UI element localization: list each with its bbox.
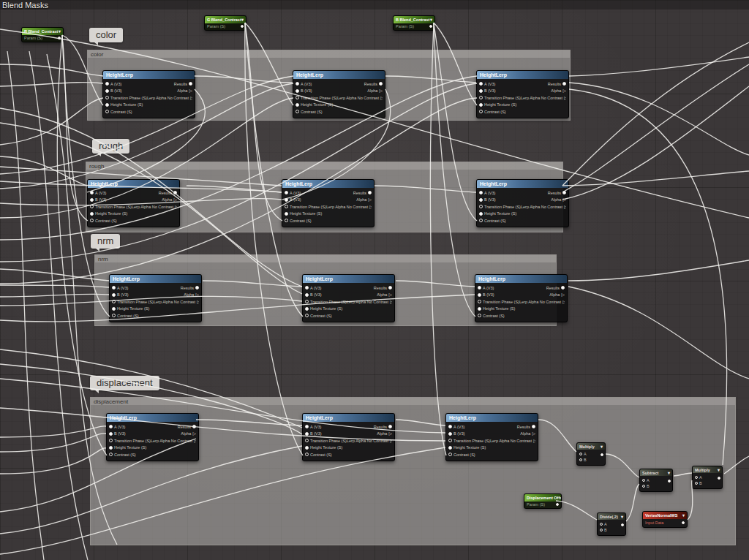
- pin-b-input[interactable]: [305, 293, 309, 297]
- node-header[interactable]: G Blend_Contrast ▾: [205, 16, 246, 23]
- pin-alpha-output[interactable]: ▷: [562, 88, 566, 93]
- pin-b-input[interactable]: [695, 482, 698, 485]
- pin-results-output[interactable]: [368, 191, 372, 194]
- heightlerp-node[interactable]: HeightLerp A (V3) Results B (V3) Alpha▷ …: [476, 179, 569, 227]
- pin-lerp-alpha-output[interactable]: ▷: [369, 205, 372, 209]
- node-header[interactable]: VertexNormalWS ▾: [643, 512, 687, 519]
- pin-contrast-input[interactable]: [285, 219, 288, 222]
- pin-contrast-input[interactable]: [478, 314, 481, 317]
- pin-contrast-input[interactable]: [112, 314, 116, 317]
- pin-contrast-input[interactable]: [109, 453, 113, 456]
- heightlerp-node[interactable]: HeightLerp A (V3) Results B (V3) Alpha▷ …: [302, 413, 395, 461]
- pin-lerp-alpha-output[interactable]: ▷: [390, 439, 392, 443]
- output-pin[interactable]: [58, 37, 61, 39]
- pin-lerp-alpha-output[interactable]: ▷: [390, 300, 392, 304]
- pin-b-input[interactable]: [90, 198, 94, 202]
- pin-lerp-alpha-output[interactable]: ▷: [380, 96, 383, 100]
- pin-results-output[interactable]: [561, 286, 565, 290]
- caret-down-icon[interactable]: ▾: [668, 471, 670, 475]
- pin-alpha-output[interactable]: ▷: [192, 431, 196, 436]
- heightlerp-node[interactable]: HeightLerp A (V3) Results B (V3) Alpha▷ …: [293, 70, 385, 118]
- node-header[interactable]: HeightLerp: [107, 414, 198, 422]
- pin-b-input[interactable]: [479, 198, 483, 202]
- output-pin[interactable]: [718, 477, 720, 480]
- pin-b-input[interactable]: [642, 485, 645, 488]
- node-header[interactable]: HeightLerp: [103, 71, 195, 79]
- pin-a-input[interactable]: [105, 82, 109, 86]
- pin-lerp-alpha-output[interactable]: ▷: [194, 439, 196, 443]
- node-header[interactable]: Displacement Offset ▾: [524, 494, 561, 502]
- pin-contrast-input[interactable]: [305, 453, 309, 456]
- pin-alpha-output[interactable]: ▷: [388, 292, 392, 297]
- param-node-g-blend-contrast[interactable]: G Blend_Contrast ▾ Param (S): [204, 15, 246, 31]
- pin-height-texture-input[interactable]: [285, 212, 288, 216]
- node-header[interactable]: HeightLerp: [477, 71, 568, 79]
- pin-alpha-output[interactable]: ▷: [388, 431, 392, 436]
- pin-results-output[interactable]: [562, 82, 566, 86]
- heightlerp-node[interactable]: HeightLerp A (V3) Results B (V3) Alpha▷ …: [109, 274, 202, 322]
- pin-contrast-input[interactable]: [296, 110, 299, 113]
- pin-a-input[interactable]: [285, 191, 288, 194]
- pin-results-output[interactable]: [379, 82, 383, 86]
- node-header[interactable]: HeightLerp: [282, 180, 374, 188]
- pin-height-texture-input[interactable]: [478, 307, 481, 311]
- pin-alpha-output[interactable]: ▷: [532, 431, 535, 436]
- heightlerp-node[interactable]: HeightLerp A (V3) Results B (V3) Alpha▷ …: [102, 70, 195, 118]
- multiply-node[interactable]: Multiply ▾ A B: [692, 466, 723, 489]
- pin-results-output[interactable]: [562, 191, 566, 194]
- pin-a-input[interactable]: [305, 286, 309, 290]
- pin-contrast-input[interactable]: [305, 314, 309, 317]
- heightlerp-node[interactable]: HeightLerp A (V3) Results B (V3) Alpha▷ …: [476, 70, 569, 118]
- pin-b-input[interactable]: [296, 89, 299, 93]
- pin-a-input[interactable]: [296, 82, 299, 86]
- pin-results-output[interactable]: [173, 191, 177, 194]
- multiply-node[interactable]: Multiply ▾ A B: [576, 442, 606, 466]
- pin-a-input[interactable]: [579, 453, 582, 455]
- pin-lerp-alpha-output[interactable]: ▷: [564, 96, 566, 100]
- pin-height-texture-input[interactable]: [90, 212, 94, 216]
- node-header[interactable]: Subtract ▾: [640, 469, 672, 476]
- pin-b-input[interactable]: [285, 198, 288, 202]
- param-node-displacement-offset[interactable]: Displacement Offset ▾ Param (S): [524, 493, 562, 509]
- pin-a-input[interactable]: [478, 286, 481, 290]
- caret-down-icon[interactable]: ▾: [682, 513, 685, 518]
- pin-contrast-input[interactable]: [479, 110, 483, 113]
- caret-down-icon[interactable]: ▾: [621, 515, 623, 519]
- comment-bubble-nrm[interactable]: nrm: [91, 234, 120, 249]
- pin-transition-phase-input[interactable]: [112, 300, 116, 303]
- pin-contrast-input[interactable]: [90, 219, 94, 222]
- node-header[interactable]: HeightLerp: [303, 275, 394, 283]
- pin-transition-phase-input[interactable]: [285, 205, 288, 208]
- pin-b-input[interactable]: [305, 432, 309, 436]
- caret-down-icon[interactable]: ▾: [59, 29, 61, 34]
- node-header[interactable]: HeightLerp: [303, 414, 394, 422]
- pin-transition-phase-input[interactable]: [479, 205, 483, 208]
- pin-alpha-output[interactable]: ▷: [562, 197, 566, 202]
- heightlerp-node[interactable]: HeightLerp A (V3) Results B (V3) Alpha▷ …: [282, 179, 374, 227]
- heightlerp-node[interactable]: HeightLerp A (V3) Results B (V3) Alpha▷ …: [302, 274, 395, 322]
- heightlerp-node[interactable]: HeightLerp A (V3) Results B (V3) Alpha▷ …: [87, 179, 180, 227]
- caret-down-icon[interactable]: ▾: [601, 444, 603, 449]
- pin-results-output[interactable]: [192, 425, 196, 428]
- pin-lerp-alpha-output[interactable]: ▷: [175, 205, 177, 209]
- output-pin[interactable]: [682, 521, 685, 524]
- pin-a-input[interactable]: [479, 82, 483, 86]
- pin-alpha-output[interactable]: ▷: [195, 292, 199, 297]
- pin-height-texture-input[interactable]: [479, 212, 483, 216]
- pin-height-texture-input[interactable]: [448, 446, 452, 450]
- pin-a-input[interactable]: [642, 479, 645, 482]
- param-node-r-blend-contrast[interactable]: R Blend_Contrast ▾ Param (S): [21, 27, 64, 42]
- pin-b-input[interactable]: [109, 432, 113, 436]
- pin-height-texture-input[interactable]: [296, 103, 299, 107]
- comment-bubble-displacement[interactable]: displacement: [90, 376, 159, 390]
- pin-height-texture-input[interactable]: [305, 307, 309, 311]
- pin-results-output[interactable]: [388, 286, 392, 290]
- pin-lerp-alpha-output[interactable]: ▷: [533, 439, 535, 443]
- pin-transition-phase-input[interactable]: [90, 205, 94, 208]
- node-header[interactable]: Divide(,2) ▾: [598, 513, 625, 520]
- pin-height-texture-input[interactable]: [109, 446, 113, 450]
- pin-b-input[interactable]: [579, 458, 582, 461]
- output-pin[interactable]: [668, 480, 671, 483]
- caret-down-icon[interactable]: ▾: [241, 18, 244, 22]
- pin-alpha-output[interactable]: ▷: [368, 197, 372, 202]
